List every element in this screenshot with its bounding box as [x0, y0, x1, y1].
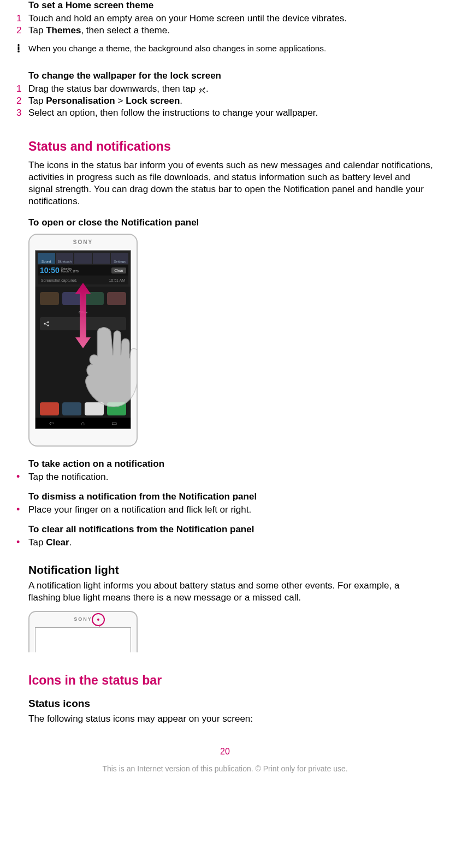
svg-point-5 — [48, 325, 49, 326]
step-text: Touch and hold an empty area on your Hom… — [28, 13, 434, 24]
bullet-icon: • — [16, 472, 28, 481]
time-row: 10:50 SaturdayMarch 7, 1970 Clear — [38, 265, 128, 276]
bullet-text: Tap Clear. — [28, 537, 434, 548]
heading-status-icons: Status icons — [28, 698, 434, 710]
step-text: Select an option, then follow the instru… — [28, 108, 434, 118]
phone-brand: SONY — [29, 616, 137, 622]
app-icon — [85, 402, 104, 415]
page-number: 20 — [16, 747, 434, 757]
step-number: 2 — [16, 96, 28, 106]
paragraph: The following status icons may appear on… — [28, 713, 434, 725]
app-label-office: Office — [35, 311, 131, 314]
app-grid — [35, 287, 131, 311]
section-title-clear-all: To clear all notifications from the Noti… — [28, 524, 434, 535]
step-row: 3 Select an option, then follow the inst… — [16, 108, 434, 118]
app-dock — [40, 402, 126, 415]
bold-text: Personalisation — [46, 96, 115, 106]
text: Tap — [28, 25, 46, 35]
notification-text: Screenshot captured. — [41, 278, 78, 282]
share-widget — [40, 317, 126, 330]
bullet-row: • Tap Clear. — [16, 537, 434, 548]
text: . — [206, 84, 209, 94]
step-row: 2 Tap Themes, then select a theme. — [16, 25, 434, 36]
step-row: 2 Tap Personalisation > Lock screen. — [16, 96, 434, 106]
section-title-open-close-panel: To open or close the Notification panel — [28, 217, 434, 228]
heading-status-notifications: Status and notifications — [28, 139, 434, 154]
nav-home-icon: ⌂ — [81, 420, 85, 426]
notification-time: 10:51 AM — [109, 278, 125, 282]
step-row: 1 Touch and hold an empty area on your H… — [16, 13, 434, 24]
text: > — [115, 96, 126, 106]
quick-toggles: Sound Bluetooth Settings — [38, 253, 128, 264]
step-text: Tap Themes, then select a theme. — [28, 25, 434, 36]
phone-top-illustration: SONY — [28, 611, 138, 652]
app-icon — [107, 292, 126, 305]
svg-point-7 — [97, 619, 99, 621]
section-title-home-theme: To set a Home screen theme — [28, 0, 434, 11]
settings-tools-icon — [198, 86, 206, 93]
clear-button: Clear — [111, 267, 126, 274]
note-text: When you change a theme, the background … — [28, 44, 434, 53]
step-number: 1 — [16, 84, 28, 94]
step-row: 1 Drag the status bar downwards, then ta… — [16, 84, 434, 94]
step-number: 1 — [16, 13, 28, 24]
footer-text: This is an Internet version of this publ… — [16, 764, 434, 773]
svg-point-0 — [17, 44, 20, 46]
step-text: Tap Personalisation > Lock screen. — [28, 96, 434, 106]
bullet-text: Place your finger on a notification and … — [28, 504, 434, 515]
text: . — [180, 96, 182, 106]
svg-rect-1 — [18, 46, 20, 50]
document-page: To set a Home screen theme 1 Touch and h… — [0, 0, 450, 789]
text: , then select a theme. — [81, 25, 170, 35]
nav-recent-icon: ▭ — [111, 420, 117, 427]
notification-panel: Sound Bluetooth Settings 10:50 SaturdayM… — [35, 251, 131, 287]
toggle — [93, 253, 110, 264]
app-icon — [85, 292, 104, 305]
important-icon — [16, 44, 28, 54]
svg-point-2 — [17, 51, 20, 52]
toggle — [74, 253, 92, 264]
bullet-row: • Tap the notification. — [16, 472, 434, 483]
app-icon — [40, 292, 59, 305]
svg-point-4 — [48, 322, 49, 323]
app-icon — [62, 292, 81, 305]
bullet-row: • Place your finger on a notification an… — [16, 504, 434, 515]
clock-time: 10:50 — [40, 266, 60, 275]
phone-screen: Sound Bluetooth Settings 10:50 SaturdayM… — [35, 250, 131, 429]
app-icon — [40, 402, 59, 415]
app-icon — [62, 402, 81, 415]
step-number: 2 — [16, 25, 28, 36]
bold-text: Lock screen — [126, 96, 180, 106]
section-title-lock-wallpaper: To change the wallpaper for the lock scr… — [28, 70, 434, 81]
toggle-sound: Sound — [38, 253, 55, 264]
toggle-settings: Settings — [111, 253, 128, 264]
phone-screen-top — [35, 627, 131, 652]
section-title-dismiss: To dismiss a notification from the Notif… — [28, 491, 434, 502]
text: . — [69, 537, 72, 548]
step-text: Drag the status bar downwards, then tap … — [28, 84, 434, 94]
note-row: When you change a theme, the background … — [16, 44, 434, 54]
text: Drag the status bar downwards, then tap — [28, 84, 198, 94]
bullet-icon: • — [16, 537, 28, 547]
app-icon — [107, 402, 126, 415]
text: Tap — [28, 96, 46, 106]
nav-back-icon: ⇦ — [49, 420, 54, 427]
heading-notification-light: Notification light — [28, 563, 434, 576]
toggle-bluetooth: Bluetooth — [56, 253, 74, 264]
phone-illustration: SONY Sound Bluetooth Settings 10:50 Satu… — [28, 234, 138, 447]
paragraph: A notification light informs you about b… — [28, 580, 434, 604]
step-number: 3 — [16, 108, 28, 118]
paragraph: The icons in the status bar inform you o… — [28, 159, 434, 207]
android-navbar: ⇦ ⌂ ▭ — [35, 418, 131, 429]
bullet-icon: • — [16, 504, 28, 514]
text: Tap — [28, 537, 46, 548]
bold-text: Clear — [46, 537, 69, 548]
notification-item: Screenshot captured. 10:51 AM — [38, 276, 128, 284]
phone-brand: SONY — [29, 239, 137, 245]
section-title-take-action: To take action on a notification — [28, 459, 434, 469]
bold-text: Themes — [46, 25, 81, 35]
bullet-text: Tap the notification. — [28, 472, 434, 483]
heading-icons-status-bar: Icons in the status bar — [28, 673, 434, 688]
clock-date: SaturdayMarch 7, 1970 — [61, 267, 79, 273]
